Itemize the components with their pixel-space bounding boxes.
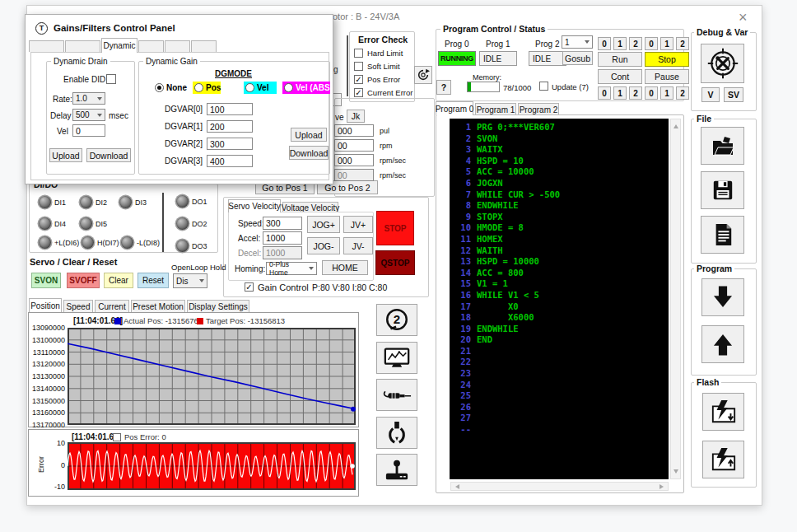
prog-digit-button[interactable]: 0 [598,37,611,50]
speed-input[interactable] [263,217,302,230]
tab-current[interactable]: Current [95,300,129,312]
dialog-tab-blank-4[interactable] [165,40,190,52]
tab-servo-velocity[interactable]: Servo Velocity [228,199,281,212]
error-check-checkbox[interactable] [354,88,363,97]
drain-upload-button[interactable]: Upload [49,148,82,162]
prog-digit-button[interactable]: 2 [676,86,689,100]
update-checkbox[interactable] [539,82,548,91]
tab-preset-motion[interactable]: Preset Motion [131,300,185,312]
program-upload-button[interactable] [701,325,744,363]
axis2-button[interactable]: 2 [376,304,417,336]
error-check-checkbox[interactable] [354,75,363,84]
tool-button[interactable] [376,379,417,411]
gripper-button[interactable] [376,417,417,449]
code-hscrollbar[interactable] [450,482,669,491]
drain-download-button[interactable]: Download [86,148,131,162]
prog-digit-button[interactable]: 2 [676,37,689,50]
dialog-tab-dynamic[interactable]: Dynamic [101,38,137,53]
gain-download-button[interactable]: Download [289,146,329,160]
prog-digit-button[interactable]: 0 [598,86,611,100]
dgvar-input[interactable] [207,138,253,150]
flash-read-button[interactable] [702,441,744,478]
homing-select[interactable]: 0-Plus Home [266,262,317,275]
scroll-right-icon[interactable] [660,484,664,489]
file-new-button[interactable] [701,216,744,254]
debug-button[interactable] [701,44,744,83]
prog-digit-button[interactable]: 2 [629,37,642,50]
dialog-tab-blank-3[interactable] [138,40,164,52]
var-button[interactable]: V [701,87,720,102]
code-vscrollbar[interactable] [670,119,681,479]
jv-minus-button[interactable]: JV- [343,237,373,254]
home-button[interactable]: HOME [322,260,368,275]
prog-digit-button[interactable]: 2 [629,86,642,100]
tab-speed[interactable]: Speed [63,300,93,312]
enable-did-checkbox[interactable] [106,74,116,84]
error-refresh-button[interactable] [414,66,432,84]
tab-program-2[interactable]: Program 2 [518,103,559,115]
prog-digit-button[interactable]: 1 [660,86,673,100]
prog-digit-button[interactable]: 0 [645,86,658,100]
prog-digit-button[interactable]: 0 [645,37,658,50]
scroll-left-icon[interactable] [455,484,459,489]
jk-button[interactable]: Jk [347,110,365,123]
dgmode-option[interactable]: Vel [244,82,277,94]
file-save-button[interactable] [701,171,744,209]
jog-field-input[interactable] [334,139,374,152]
dialog-tab-blank-2[interactable] [65,40,100,52]
joystick-button[interactable] [376,454,417,486]
cont-button[interactable]: Cont [598,69,642,84]
clear-button[interactable]: Clear [104,273,133,288]
scroll-up-icon[interactable] [673,124,678,128]
gosub-target-select[interactable]: 1 [562,35,593,49]
dgvar-input[interactable] [207,155,253,167]
dgvar-input[interactable] [207,103,253,115]
dgmode-radio[interactable] [284,83,293,92]
stop-button[interactable]: STOP [376,211,414,245]
tab-program-1[interactable]: Program 1 [475,103,516,115]
dgmode-radio[interactable] [155,83,164,92]
delay-select[interactable]: 500 [72,109,105,121]
stop-all-button[interactable]: Stop [645,52,689,67]
jog-minus-button[interactable]: JOG- [307,237,340,254]
qstop-button[interactable]: QSTOP [375,250,415,275]
dgmode-option[interactable]: None [153,82,191,94]
svon-button[interactable]: SVON [31,273,61,288]
accel-input[interactable] [263,231,302,245]
run-button[interactable]: Run [598,52,642,67]
scroll-down-icon[interactable] [673,469,678,474]
error-check-checkbox[interactable] [354,49,363,58]
program-download-button[interactable] [701,278,744,316]
vel-input[interactable] [72,124,105,137]
dialog-tab-blank-5[interactable] [191,40,217,52]
openloop-select[interactable]: Dis [173,273,207,288]
rate-select[interactable]: 1.0 [72,92,105,105]
help-button[interactable]: ? [436,80,451,95]
jog-field-input[interactable] [334,154,374,166]
tab-position[interactable]: Position [29,298,62,312]
svoff-button[interactable]: SVOFF [67,273,100,288]
dgmode-option[interactable]: Pos [193,82,221,94]
close-icon[interactable]: × [739,9,748,26]
dgmode-option[interactable]: Vel (ABS) [282,82,330,94]
prog-digit-button[interactable]: 1 [613,37,627,50]
sysvar-button[interactable]: SV [724,87,743,102]
tab-display-settings[interactable]: Display Settings [187,300,249,312]
dgvar-input[interactable] [207,120,253,133]
jv-plus-button[interactable]: JV+ [343,216,373,233]
monitor-button[interactable] [376,342,417,374]
gain-upload-button[interactable]: Upload [291,128,327,142]
error-check-checkbox[interactable] [354,62,363,71]
tab-program-0[interactable]: Program 0 [436,101,473,115]
flash-write-button[interactable] [702,393,744,431]
reset-button[interactable]: Reset [137,273,169,288]
prog-digit-button[interactable]: 1 [613,86,627,100]
dgmode-radio[interactable] [245,83,254,92]
gosub-button[interactable]: Gosub [562,51,593,65]
jog-plus-button[interactable]: JOG+ [307,216,340,233]
pause-button[interactable]: Pause [645,69,689,84]
gain-control-checkbox[interactable] [245,282,254,292]
dialog-tab-blank-1[interactable] [29,40,64,52]
prog-digit-button[interactable]: 1 [660,37,673,50]
pos-error-checkbox[interactable] [113,433,121,441]
